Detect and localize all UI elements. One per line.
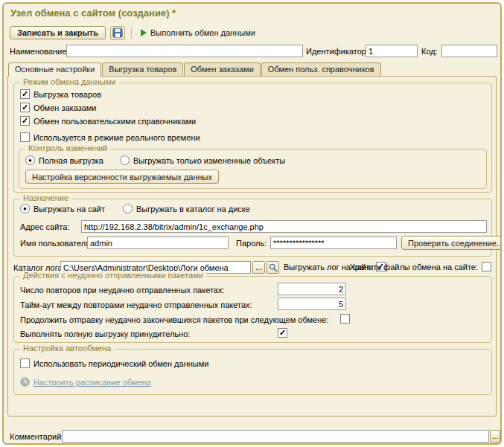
timeout-input[interactable] (278, 298, 346, 310)
name-input[interactable] (66, 45, 303, 57)
goods-export-row: ✓ Выгрузка товаров (20, 89, 101, 99)
tab-goods-export[interactable]: Выгрузка товаров (102, 62, 183, 76)
schedule-link[interactable]: Настроить расписание обмена (34, 378, 151, 387)
log-dir-open-button[interactable] (267, 261, 279, 274)
continue-failed-label: Продолжить отправку неудачно закончивших… (20, 315, 328, 324)
window-title: Узел обмена с сайтом (создание) * (10, 7, 176, 19)
play-icon (141, 29, 147, 36)
auto-exchange-group-title: Настройка автообмена (20, 344, 114, 353)
retries-input[interactable] (278, 283, 346, 295)
destination-radios: ● Выгружать на сайт Выгружать в каталог … (20, 204, 250, 213)
export-to-site-radio[interactable]: ● Выгружать на сайт (20, 204, 105, 213)
tab-main-settings[interactable]: Основные настройки (8, 62, 101, 77)
save-and-close-button[interactable]: Записать и закрыть (10, 26, 106, 39)
full-export-radio[interactable]: ● Полная выгрузка (25, 155, 103, 165)
versioning-settings-button[interactable]: Настройка версионности выгружаемых данны… (25, 170, 219, 184)
username-label: Имя пользователя: (20, 239, 92, 248)
auto-exchange-group: Настройка автообмена Использовать период… (13, 349, 492, 395)
keep-files-label: Хранить файлы обмена на сайте: (349, 263, 478, 271)
exchange-node-window: Узел обмена с сайтом (создание) * Записа… (2, 2, 502, 445)
identifier-label: Идентификатор: (306, 47, 369, 56)
floppy-icon (112, 28, 123, 38)
export-to-site-radio-label: Выгружать на сайт (34, 205, 105, 213)
destination-group: Назначение ● Выгружать на сайт Выгружать… (13, 199, 492, 257)
user-catalogs-row: ✓ Обмен пользовательскими справочниками (20, 116, 196, 126)
password-label: Пароль: (236, 239, 267, 248)
user-catalogs-label: Обмен пользовательскими справочниками (34, 117, 196, 126)
timeout-label: Тайм-аут между повторами неудачно отправ… (20, 300, 252, 309)
change-control-radios: ● Полная выгрузка Выгружать только измен… (25, 155, 285, 165)
execute-exchange-button[interactable]: Выполнить обмен данными (138, 27, 258, 39)
export-to-disk-radio[interactable]: Выгружать в каталог на диске (123, 204, 250, 213)
identifier-input[interactable] (366, 45, 418, 57)
toolbar: Записать и закрыть Выполнить обмен данны… (10, 25, 258, 41)
keep-files-checkbox[interactable] (482, 262, 491, 271)
export-to-disk-radio-label: Выгружать в каталог на диске (136, 205, 250, 213)
code-input[interactable] (441, 45, 497, 57)
retries-label: Число повторов при неудачно отправленных… (20, 286, 224, 295)
password-input[interactable] (270, 237, 397, 249)
changed-only-radio[interactable]: Выгружать только измененные объекты (120, 155, 285, 165)
execute-exchange-label: Выполнить обмен данными (150, 28, 255, 37)
failed-packets-group: Действия с неудачно отправленными пакета… (13, 276, 492, 343)
magnifier-icon (269, 263, 278, 272)
site-address-label: Адрес сайта: (20, 222, 69, 231)
export-to-site-radio-circle: ● (20, 204, 30, 213)
changed-only-radio-label: Выгружать только измененные объекты (133, 156, 285, 165)
change-control-group-title: Контроль изменений (25, 144, 110, 152)
code-label: Код: (421, 47, 438, 56)
goods-export-checkbox[interactable]: ✓ (20, 89, 30, 99)
full-export-radio-circle: ● (25, 155, 35, 165)
save-button[interactable] (110, 26, 125, 40)
main-settings-panel: Режим обмена данными ✓ Выгрузка товаров … (7, 76, 497, 417)
periodic-exchange-label: Использовать периодический обмен данными (34, 359, 208, 368)
change-control-group: Контроль изменений ● Полная выгрузка Выг… (19, 149, 487, 189)
force-full-export-label: Выполнять полную выгрузку принудительно: (20, 329, 190, 338)
orders-exchange-row: ✓ Обмен заказами (20, 103, 97, 112)
comment-input[interactable] (62, 430, 489, 443)
goods-export-label: Выгрузка товаров (34, 90, 101, 99)
continue-failed-checkbox[interactable] (340, 314, 350, 324)
changed-only-radio-circle (120, 155, 130, 165)
tab-bar: Основные настройки Выгрузка товаров Обме… (8, 62, 382, 76)
tab-orders-exchange[interactable]: Обмен заказами (184, 62, 261, 76)
check-connection-button[interactable]: Проверить соединение... (401, 236, 502, 250)
toolbar-separator (131, 27, 132, 39)
user-catalogs-checkbox[interactable]: ✓ (20, 116, 30, 126)
realtime-mode-label: Используется в режиме реального времени (34, 133, 200, 142)
clock-icon (20, 377, 30, 387)
periodic-exchange-checkbox[interactable] (20, 358, 30, 368)
tab-user-catalogs[interactable]: Обмен польз. справочников (261, 62, 381, 76)
log-dir-browse-button[interactable]: ... (252, 261, 265, 274)
export-to-disk-radio-circle (123, 204, 133, 213)
schedule-link-row: Настроить расписание обмена (20, 377, 151, 387)
orders-exchange-label: Обмен заказами (34, 103, 97, 112)
site-address-input[interactable] (81, 220, 487, 233)
name-label: Наименование: (10, 47, 68, 56)
periodic-exchange-row: Использовать периодический обмен данными (20, 358, 208, 368)
full-export-radio-label: Полная выгрузка (39, 156, 103, 165)
destination-group-title: Назначение (20, 193, 71, 202)
realtime-mode-row: Используется в режиме реального времени (20, 132, 200, 142)
realtime-mode-checkbox[interactable] (20, 132, 30, 142)
username-input[interactable] (87, 237, 229, 249)
orders-exchange-checkbox[interactable]: ✓ (20, 103, 30, 112)
comment-label: Комментарий: (10, 432, 63, 441)
failed-packets-group-title: Действия с неудачно отправленными пакета… (20, 271, 206, 280)
exchange-mode-group-title: Режим обмена данными (20, 77, 118, 86)
comment-browse-button[interactable]: ... (490, 430, 500, 443)
exchange-mode-group: Режим обмена данными ✓ Выгрузка товаров … (13, 83, 492, 193)
keep-files-row: Хранить файлы обмена на сайте: (349, 262, 491, 271)
force-full-export-checkbox[interactable]: ✓ (278, 328, 287, 338)
